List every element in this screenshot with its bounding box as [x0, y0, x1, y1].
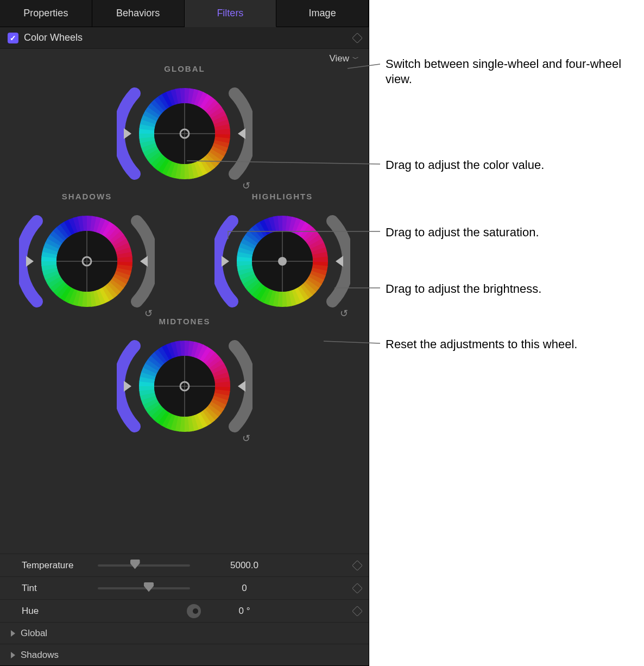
- hue-dial[interactable]: [98, 604, 201, 618]
- hue-value[interactable]: 0 °: [201, 606, 288, 617]
- inspector-panel: Properties Behaviors Filters Image ✓ Col…: [0, 0, 369, 666]
- enable-checkbox[interactable]: ✓: [8, 33, 18, 43]
- tint-slider[interactable]: [98, 587, 201, 589]
- disclosure-triangle-icon: [11, 630, 15, 637]
- wheel-label-midtones: MIDTONES: [117, 317, 252, 326]
- param-temperature: Temperature 5000.0: [0, 554, 369, 576]
- wheel-label-shadows: SHADOWS: [19, 192, 155, 201]
- wheel-label-global: GLOBAL: [117, 64, 252, 73]
- wheel-global[interactable]: GLOBAL ↺: [117, 64, 252, 190]
- wheel-shadows[interactable]: SHADOWS ↺: [19, 192, 155, 317]
- color-wheels-area: GLOBAL ↺ SHADOWS ↺ HIGHLIGHTS ↺ MIDTONES…: [0, 64, 369, 554]
- param-tint: Tint 0: [0, 576, 369, 599]
- tab-filters[interactable]: Filters: [185, 0, 277, 27]
- callout-color: Drag to adjust the color value.: [386, 158, 544, 173]
- svg-point-5: [278, 257, 287, 266]
- keyframe-diamond-icon[interactable]: [352, 583, 363, 594]
- temperature-value[interactable]: 5000.0: [201, 560, 288, 571]
- reset-icon[interactable]: ↺: [242, 432, 250, 444]
- callout-sat: Drag to adjust the saturation.: [386, 225, 539, 240]
- callout-bright: Drag to adjust the brightness.: [386, 281, 541, 297]
- hue-dial-dot-icon: [193, 608, 198, 614]
- hue-label: Hue: [22, 606, 98, 617]
- tab-bar: Properties Behaviors Filters Image: [0, 0, 369, 27]
- wheel-midtones[interactable]: MIDTONES ↺: [117, 317, 252, 442]
- disclosure-label: Shadows: [21, 650, 59, 661]
- temperature-slider[interactable]: [98, 564, 201, 567]
- slider-thumb-icon[interactable]: [130, 560, 140, 569]
- disclosure-label: Global: [21, 628, 47, 639]
- tint-label: Tint: [22, 583, 98, 594]
- reset-icon[interactable]: ↺: [340, 307, 348, 319]
- filter-title: Color Wheels: [24, 32, 83, 43]
- disclosure-triangle-icon: [11, 652, 15, 658]
- temperature-label: Temperature: [22, 560, 98, 571]
- slider-thumb-icon[interactable]: [144, 582, 154, 592]
- color-wheel-shadows[interactable]: [19, 203, 155, 317]
- keyframe-diamond-icon[interactable]: [352, 606, 363, 617]
- tab-properties[interactable]: Properties: [0, 0, 92, 27]
- param-hue: Hue 0 °: [0, 599, 369, 622]
- disclosure-shadows[interactable]: Shadows: [0, 644, 369, 665]
- color-wheel-global[interactable]: [117, 76, 252, 190]
- wheel-highlights[interactable]: HIGHLIGHTS ↺: [214, 192, 350, 317]
- callout-area: Switch between single-wheel and four-whe…: [369, 0, 644, 666]
- callout-view: Switch between single-wheel and four-whe…: [386, 56, 624, 86]
- view-menu[interactable]: View ﹀: [0, 49, 369, 64]
- reset-icon[interactable]: ↺: [242, 180, 250, 192]
- color-wheel-midtones[interactable]: [117, 328, 252, 442]
- tab-behaviors[interactable]: Behaviors: [92, 0, 185, 27]
- color-wheel-highlights[interactable]: [214, 203, 350, 317]
- filter-section-header: ✓ Color Wheels: [0, 27, 369, 49]
- chevron-down-icon: ﹀: [352, 54, 359, 64]
- wheel-label-highlights: HIGHLIGHTS: [214, 192, 350, 201]
- callout-reset: Reset the adjustments to this wheel.: [386, 337, 577, 352]
- keyframe-diamond-icon[interactable]: [352, 560, 363, 571]
- disclosure-global[interactable]: Global: [0, 622, 369, 644]
- view-menu-label: View: [329, 53, 349, 64]
- tint-value[interactable]: 0: [201, 583, 288, 594]
- tab-image[interactable]: Image: [276, 0, 369, 27]
- keyframe-diamond-icon[interactable]: [352, 33, 363, 43]
